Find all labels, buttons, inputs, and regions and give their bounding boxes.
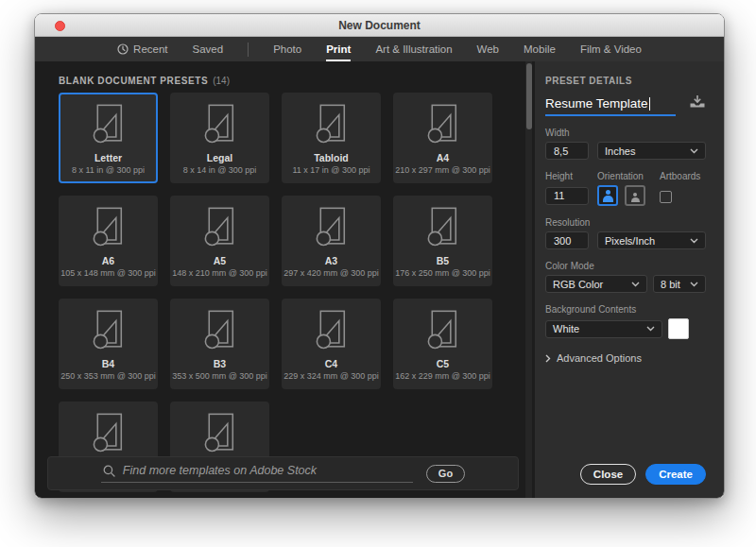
preset-spec: 229 x 324 mm @ 300 ppi xyxy=(284,371,379,381)
preset-card[interactable]: B4 250 x 353 mm @ 300 ppi xyxy=(59,299,158,389)
tab-art-illustration[interactable]: Art & Illustration xyxy=(375,40,452,59)
search-input[interactable]: Find more templates on Adobe Stock xyxy=(101,464,413,483)
preset-name: A4 xyxy=(437,152,449,163)
preset-name: A6 xyxy=(102,255,114,266)
document-preset-icon xyxy=(88,206,129,253)
preset-card[interactable]: Letter 8 x 11 in @ 300 ppi xyxy=(59,93,158,183)
category-tab-bar: Recent Saved Photo Print Art & Illustrat… xyxy=(35,37,724,61)
preset-card[interactable]: B3 353 x 500 mm @ 300 ppi xyxy=(170,299,269,389)
document-preset-icon xyxy=(199,206,241,253)
document-name-row: Resume Template xyxy=(545,94,706,116)
orientation-buttons xyxy=(597,185,660,206)
chevron-right-icon xyxy=(545,354,551,363)
new-document-dialog: New Document Recent Saved Photo Print Ar… xyxy=(34,13,725,499)
tab-mobile[interactable]: Mobile xyxy=(524,40,556,59)
color-mode-label: Color Mode xyxy=(545,261,706,271)
preset-spec: 8 x 14 in @ 300 ppi xyxy=(183,165,257,175)
document-preset-icon xyxy=(199,309,241,356)
preset-name: Letter xyxy=(94,152,122,163)
chevron-down-icon xyxy=(690,282,698,287)
tab-photo[interactable]: Photo xyxy=(273,40,301,59)
window-close-button[interactable] xyxy=(55,21,65,31)
preset-spec: 148 x 210 mm @ 300 ppi xyxy=(172,268,267,278)
presets-panel: BLANK DOCUMENT PRESETS(14) Letter 8 x 11… xyxy=(35,61,535,498)
document-preset-icon xyxy=(88,412,129,459)
tab-divider xyxy=(248,43,249,57)
preset-name: C4 xyxy=(325,358,337,369)
preset-spec: 176 x 250 mm @ 300 ppi xyxy=(395,268,490,278)
save-preset-button[interactable] xyxy=(689,94,706,116)
preset-spec: 210 x 297 mm @ 300 ppi xyxy=(395,165,490,175)
preset-name: Tabloid xyxy=(314,152,349,163)
background-contents-dropdown[interactable]: White xyxy=(545,320,662,338)
document-preset-icon xyxy=(311,206,352,253)
preset-grid: Letter 8 x 11 in @ 300 ppi Legal 8 x 14 … xyxy=(59,93,492,492)
height-input[interactable]: 11 xyxy=(545,187,589,205)
chevron-down-icon xyxy=(631,282,640,287)
presets-count: (14) xyxy=(213,76,230,86)
clock-icon xyxy=(117,43,129,55)
preset-spec: 105 x 148 mm @ 300 ppi xyxy=(60,268,156,278)
preset-card[interactable]: A6 105 x 148 mm @ 300 ppi xyxy=(59,196,158,286)
document-preset-icon xyxy=(422,206,464,253)
preset-card[interactable]: A5 148 x 210 mm @ 300 ppi xyxy=(170,196,269,286)
preset-card[interactable]: Tabloid 11 x 17 in @ 300 ppi xyxy=(282,93,381,183)
preset-name: C5 xyxy=(437,358,449,369)
document-preset-icon xyxy=(311,103,352,150)
preset-name: Legal xyxy=(207,152,232,163)
chevron-down-icon xyxy=(646,326,655,332)
window-title: New Document xyxy=(338,19,421,32)
color-mode-dropdown[interactable]: RGB Color xyxy=(545,275,647,293)
preset-details-panel: PRESET DETAILS Resume Template Width 8,5… xyxy=(535,61,725,498)
scrollbar-thumb[interactable] xyxy=(526,63,532,129)
resolution-units-dropdown[interactable]: Pixels/Inch xyxy=(597,231,706,249)
preset-card[interactable]: B5 176 x 250 mm @ 300 ppi xyxy=(393,196,492,286)
preset-card[interactable]: A3 297 x 420 mm @ 300 ppi xyxy=(282,196,381,286)
close-button[interactable]: Close xyxy=(580,464,636,485)
tab-print[interactable]: Print xyxy=(326,40,351,59)
units-dropdown[interactable]: Inches xyxy=(597,142,706,160)
preset-card[interactable]: A4 210 x 297 mm @ 300 ppi xyxy=(393,93,492,183)
document-preset-icon xyxy=(422,103,464,150)
landscape-icon xyxy=(631,193,640,202)
document-name-value: Resume Template xyxy=(545,96,648,111)
tab-saved[interactable]: Saved xyxy=(193,40,224,59)
document-preset-icon xyxy=(422,309,464,356)
preset-spec: 297 x 420 mm @ 300 ppi xyxy=(284,268,379,278)
bit-depth-dropdown[interactable]: 8 bit xyxy=(653,275,706,293)
artboards-checkbox[interactable] xyxy=(660,191,672,203)
portrait-icon xyxy=(603,190,613,202)
background-color-swatch[interactable] xyxy=(668,318,689,339)
resolution-label: Resolution xyxy=(545,217,706,228)
go-button[interactable]: Go xyxy=(426,465,465,483)
preset-spec: 162 x 229 mm @ 300 ppi xyxy=(395,371,490,381)
advanced-options-toggle[interactable]: Advanced Options xyxy=(545,352,706,364)
chevron-down-icon xyxy=(690,148,698,154)
save-preset-icon xyxy=(689,94,706,109)
orientation-landscape-button[interactable] xyxy=(625,185,645,206)
tab-film-video[interactable]: Film & Video xyxy=(580,40,642,59)
document-preset-icon xyxy=(199,412,241,459)
preset-card[interactable]: C5 162 x 229 mm @ 300 ppi xyxy=(393,299,492,389)
scrollbar-track[interactable] xyxy=(525,61,532,498)
preset-card[interactable]: Legal 8 x 14 in @ 300 ppi xyxy=(170,93,269,183)
document-name-input[interactable]: Resume Template xyxy=(545,96,676,116)
width-input[interactable]: 8,5 xyxy=(545,142,589,160)
desktop: New Document Recent Saved Photo Print Ar… xyxy=(0,0,756,547)
create-button[interactable]: Create xyxy=(645,464,706,485)
document-preset-icon xyxy=(199,103,241,150)
tab-web[interactable]: Web xyxy=(477,40,499,59)
width-label: Width xyxy=(545,128,706,138)
preset-details-header: PRESET DETAILS xyxy=(545,76,706,86)
tab-recent[interactable]: Recent xyxy=(117,40,167,59)
height-label: Height xyxy=(545,171,597,181)
search-icon xyxy=(103,465,115,477)
preset-card[interactable]: C4 229 x 324 mm @ 300 ppi xyxy=(282,299,381,389)
resolution-input[interactable]: 300 xyxy=(545,231,589,249)
text-cursor xyxy=(649,97,650,111)
dialog-buttons: Close Create xyxy=(545,464,706,485)
document-preset-icon xyxy=(311,309,352,356)
orientation-portrait-button[interactable] xyxy=(597,185,618,206)
preset-name: A3 xyxy=(325,255,337,266)
preset-spec: 8 x 11 in @ 300 ppi xyxy=(72,165,145,175)
